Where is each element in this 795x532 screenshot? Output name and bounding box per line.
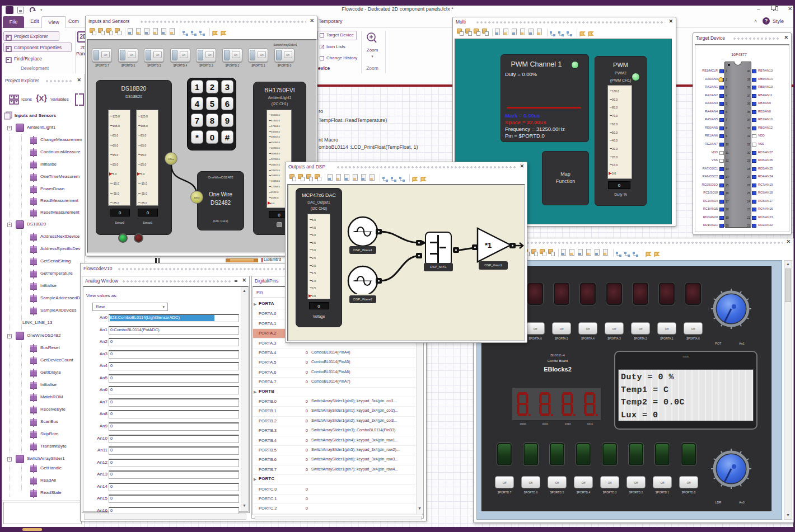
svg-text:*1: *1 bbox=[485, 241, 492, 249]
